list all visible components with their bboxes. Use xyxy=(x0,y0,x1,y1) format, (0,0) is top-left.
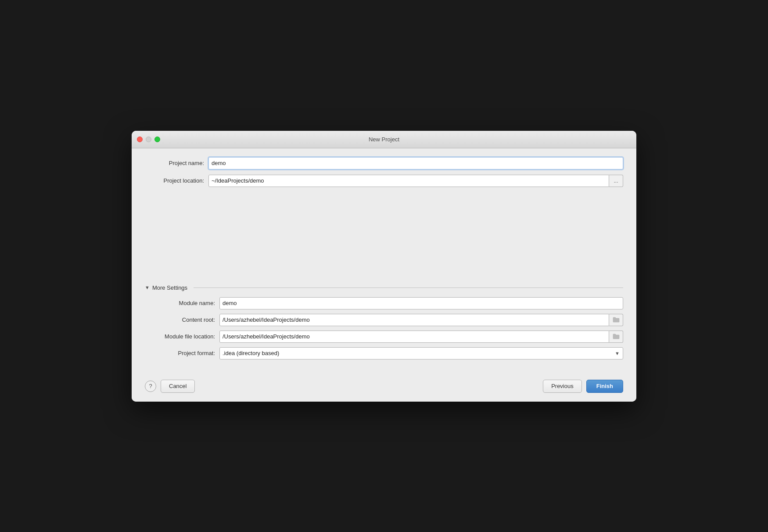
project-format-select[interactable]: .idea (directory based) .ipr (file based… xyxy=(219,347,623,359)
project-format-row: Project format: .idea (directory based) … xyxy=(145,347,623,359)
spacer xyxy=(145,192,623,280)
project-location-input-group: ... xyxy=(208,175,623,187)
project-name-label: Project name: xyxy=(145,160,208,166)
more-settings-header: ▼ More Settings xyxy=(145,284,623,291)
module-name-row: Module name: xyxy=(145,297,623,309)
module-file-location-browse-button[interactable] xyxy=(609,331,623,343)
new-project-dialog: New Project Project name: Project locati… xyxy=(132,131,636,402)
more-settings-label: More Settings xyxy=(152,284,187,291)
more-settings-toggle[interactable]: ▼ xyxy=(145,285,150,290)
project-name-input[interactable] xyxy=(208,157,623,169)
cancel-button[interactable]: Cancel xyxy=(161,380,195,393)
previous-button[interactable]: Previous xyxy=(543,380,582,393)
project-location-row: Project location: ... xyxy=(145,175,623,187)
maximize-button[interactable] xyxy=(154,137,160,142)
more-settings-section: ▼ More Settings Module name: Content roo… xyxy=(145,284,623,359)
window-title: New Project xyxy=(369,136,399,143)
module-file-location-input[interactable] xyxy=(219,331,609,343)
module-file-location-row: Module file location: xyxy=(145,331,623,343)
traffic-lights xyxy=(137,137,160,142)
footer-left: ? Cancel xyxy=(145,380,195,393)
footer-right: Previous Finish xyxy=(543,380,623,393)
module-name-label: Module name: xyxy=(145,300,219,306)
content-root-input[interactable] xyxy=(219,314,609,326)
module-name-input[interactable] xyxy=(219,297,623,309)
project-format-select-wrapper: .idea (directory based) .ipr (file based… xyxy=(219,347,623,359)
help-button[interactable]: ? xyxy=(145,381,156,392)
close-button[interactable] xyxy=(137,137,143,142)
folder-icon xyxy=(613,316,620,324)
project-location-browse-button[interactable]: ... xyxy=(609,175,623,187)
content-root-row: Content root: xyxy=(145,314,623,326)
footer: ? Cancel Previous Finish xyxy=(132,373,636,402)
project-name-row: Project name: xyxy=(145,157,623,169)
content-root-label: Content root: xyxy=(145,316,219,323)
project-format-label: Project format: xyxy=(145,350,219,356)
titlebar: New Project xyxy=(132,131,636,148)
content-root-browse-button[interactable] xyxy=(609,314,623,326)
main-content: Project name: Project location: ... ▼ Mo… xyxy=(132,148,636,373)
folder-icon xyxy=(613,333,620,340)
module-file-location-input-group xyxy=(219,331,623,343)
finish-button[interactable]: Finish xyxy=(586,380,623,393)
content-root-input-group xyxy=(219,314,623,326)
module-file-location-label: Module file location: xyxy=(145,333,219,340)
project-location-label: Project location: xyxy=(145,177,208,184)
project-location-input[interactable] xyxy=(208,175,609,187)
separator-line xyxy=(194,288,623,288)
minimize-button[interactable] xyxy=(146,137,151,142)
